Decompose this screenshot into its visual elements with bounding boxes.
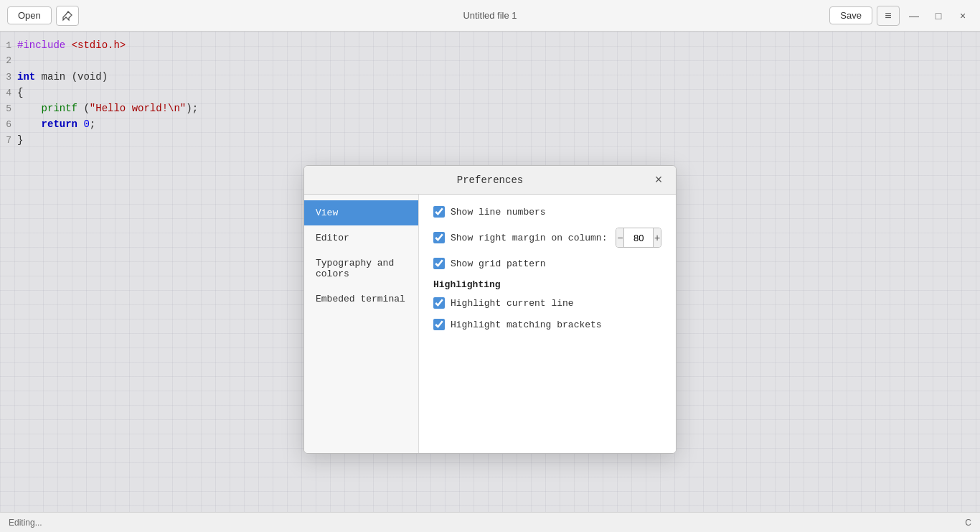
- margin-value-input[interactable]: [624, 230, 653, 246]
- open-button[interactable]: Open: [7, 6, 52, 24]
- highlight-current-line-row: Highlight current line: [433, 297, 661, 309]
- nav-item-view[interactable]: View: [304, 200, 418, 225]
- preferences-dialog: Preferences × View Editor Typography and…: [303, 165, 677, 454]
- highlight-matching-brackets-checkbox[interactable]: [433, 319, 445, 330]
- pin-button[interactable]: [56, 6, 79, 26]
- nav-item-typography[interactable]: Typography and colors: [304, 251, 418, 286]
- maximize-button[interactable]: □: [928, 6, 948, 26]
- show-grid-pattern-checkbox[interactable]: [433, 258, 445, 269]
- highlight-current-line-label: Highlight current line: [451, 298, 574, 309]
- margin-column-spinner: − +: [616, 228, 661, 248]
- view-panel-content: Show line numbers Show right margin on c…: [419, 195, 676, 453]
- window-title: Untitled file 1: [463, 10, 517, 21]
- show-right-margin-label: Show right margin on column:: [451, 233, 607, 243]
- highlight-current-line-checkbox[interactable]: [433, 297, 445, 309]
- show-line-numbers-label: Show line numbers: [451, 207, 546, 218]
- show-line-numbers-row: Show line numbers: [433, 206, 661, 218]
- dialog-titlebar: Preferences ×: [304, 166, 676, 195]
- dialog-close-button[interactable]: ×: [650, 172, 667, 189]
- margin-increment-button[interactable]: +: [653, 228, 661, 247]
- statusbar: Editing... C: [0, 512, 980, 532]
- status-text: Editing...: [9, 518, 42, 528]
- show-grid-pattern-row: Show grid pattern: [433, 258, 661, 269]
- nav-item-editor[interactable]: Editor: [304, 225, 418, 251]
- language-indicator: C: [965, 518, 971, 528]
- highlight-matching-brackets-label: Highlight matching brackets: [451, 319, 602, 330]
- editor-area[interactable]: 1 #include <stdio.h> 2 3 int main (void)…: [0, 32, 980, 512]
- dialog-title: Preferences: [457, 174, 523, 186]
- preferences-nav: View Editor Typography and colors Embede…: [304, 195, 419, 453]
- menu-button[interactable]: ≡: [877, 6, 900, 26]
- pin-icon: [62, 10, 73, 22]
- dialog-body: View Editor Typography and colors Embede…: [304, 195, 676, 453]
- titlebar-left: Open: [7, 6, 79, 26]
- highlight-matching-brackets-row: Highlight matching brackets: [433, 319, 661, 330]
- titlebar-right: Save ≡ — □ ×: [829, 6, 973, 26]
- show-grid-pattern-label: Show grid pattern: [451, 258, 546, 269]
- save-button[interactable]: Save: [829, 6, 872, 24]
- titlebar: Open Untitled file 1 Save ≡ — □ ×: [0, 0, 980, 32]
- show-right-margin-checkbox[interactable]: [433, 232, 445, 243]
- minimize-button[interactable]: —: [904, 6, 924, 26]
- highlighting-section-label: Highlighting: [433, 279, 661, 290]
- margin-decrement-button[interactable]: −: [616, 228, 624, 247]
- close-window-button[interactable]: ×: [953, 6, 973, 26]
- show-right-margin-row: Show right margin on column: − +: [433, 228, 661, 248]
- show-line-numbers-checkbox[interactable]: [433, 206, 445, 218]
- nav-item-embedded[interactable]: Embeded terminal: [304, 286, 418, 312]
